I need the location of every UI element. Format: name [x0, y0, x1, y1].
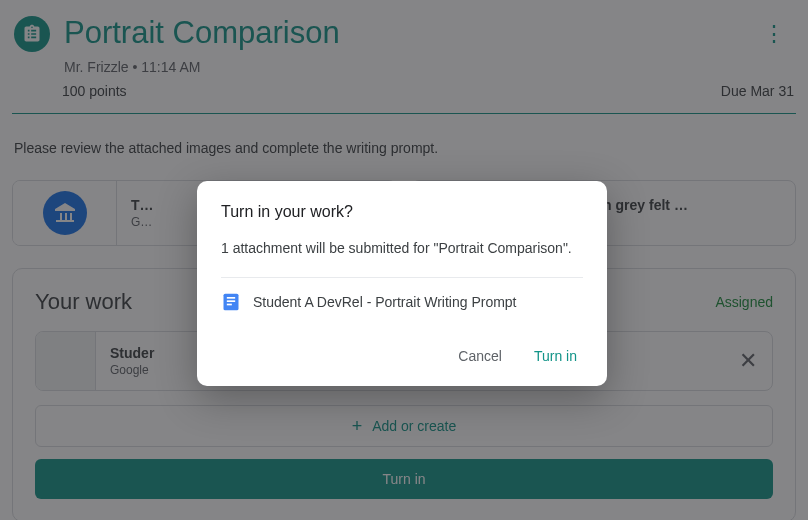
svg-rect-2 — [227, 300, 235, 302]
divider — [221, 277, 583, 278]
dialog-attachment-name: Student A DevRel - Portrait Writing Prom… — [253, 294, 517, 310]
dialog-actions: Cancel Turn in — [221, 340, 583, 372]
confirm-turn-in-button[interactable]: Turn in — [528, 340, 583, 372]
cancel-button[interactable]: Cancel — [452, 340, 508, 372]
turn-in-dialog: Turn in your work? 1 attachment will be … — [197, 181, 607, 386]
dialog-attachment-row: Student A DevRel - Portrait Writing Prom… — [221, 292, 583, 312]
svg-rect-1 — [227, 297, 235, 299]
svg-rect-3 — [227, 303, 232, 305]
dialog-title: Turn in your work? — [221, 203, 583, 221]
docs-icon — [221, 292, 241, 312]
dialog-body: 1 attachment will be submitted for "Port… — [221, 239, 583, 259]
